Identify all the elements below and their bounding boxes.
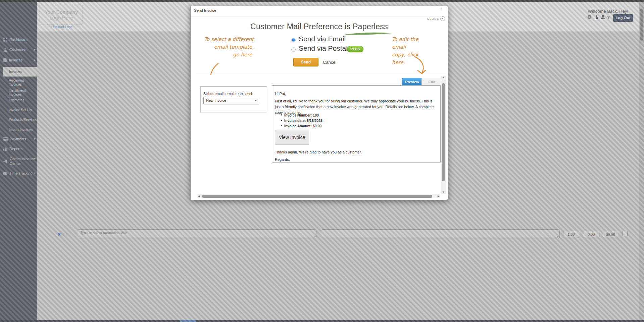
calendar-icon — [3, 171, 7, 175]
chevron-up-icon: ▴ — [34, 58, 36, 61]
send-invoice-modal: Send Invoice ❔ CLOSE ✕ Customer Mail Pre… — [190, 6, 448, 200]
sidebar-item-invoices[interactable]: Invoices — [3, 58, 36, 62]
page-scrollbar-thumb[interactable] — [640, 9, 643, 41]
window-top-edge — [0, 0, 644, 2]
bullet-dot: • — [281, 124, 282, 128]
taskbar-item — [180, 320, 196, 322]
modal-help-icon[interactable]: ❔ — [439, 7, 443, 11]
chevron-down-icon: ▾ — [34, 157, 36, 160]
scroll-up-icon[interactable]: ▲ — [441, 76, 446, 79]
sidebar-item-dashboard[interactable]: Dashboard — [3, 38, 36, 42]
window-bottom-edge — [0, 320, 644, 322]
help-icon[interactable]: ? — [607, 15, 610, 20]
bullet-dot: • — [281, 113, 282, 117]
logout-button[interactable]: Log Out — [613, 14, 633, 22]
account-person-icon[interactable] — [601, 15, 605, 19]
scroll-left-icon[interactable]: ◀ — [198, 195, 200, 198]
quantity-input[interactable] — [563, 231, 579, 237]
modal-close-button[interactable]: CLOSE ✕ — [427, 16, 445, 21]
taxable-checkbox[interactable] — [623, 231, 628, 236]
scroll-down-icon[interactable]: ▼ — [441, 191, 446, 194]
drag-handle-icon[interactable]: ⋮⋮ — [62, 233, 68, 236]
modal-title: Send Invoice — [194, 8, 216, 12]
sidebar-subitem-recurring-invoices[interactable]: Recurring Invoices — [9, 78, 37, 86]
gear-icon[interactable]: ⚙ — [587, 14, 592, 20]
left-annotation: To select a different email template, go… — [203, 36, 254, 59]
sidebar-item-reports[interactable]: Reports — [3, 147, 36, 151]
panel-horizontal-scrollbar[interactable]: ◀ ▶ — [197, 194, 440, 198]
customers-person-icon — [3, 48, 7, 52]
sidebar-item-communication-center[interactable]: Communication Center — [3, 156, 36, 166]
email-closing: Thanks again. We're glad to have you as … — [275, 150, 362, 154]
template-select-box: Select email template to send: New Invoi… — [200, 86, 267, 112]
chevron-down-icon: ▾ — [34, 171, 36, 175]
modal-heading: Customer Mail Preference is Paperless — [191, 22, 448, 31]
sidebar-item-time-tracking[interactable]: Time Tracking — [3, 171, 36, 175]
panel-hscroll-thumb[interactable] — [202, 195, 432, 198]
close-x-icon: ✕ — [440, 16, 445, 21]
chevron-down-icon: ▾ — [34, 137, 36, 141]
email-body-preview: Hi Pat, First of all, I'd like to thank … — [272, 85, 441, 163]
sidebar-item-payments[interactable]: Payments — [3, 137, 36, 141]
page-scrollbar[interactable] — [639, 2, 644, 322]
payments-card-icon — [3, 137, 8, 141]
template-dropdown[interactable]: New Invoice ▾ — [203, 97, 259, 104]
invoices-file-icon — [3, 58, 7, 62]
unit-price-input[interactable] — [583, 231, 599, 237]
chevron-down-icon: ▾ — [255, 98, 257, 102]
welcome-text: Welcome Back, Rey! — [588, 9, 628, 14]
sidebar-item-customers[interactable]: Customers — [3, 48, 36, 52]
sidebar-subitem-products-services[interactable]: Products/Services — [9, 118, 37, 122]
right-curved-arrow — [413, 56, 430, 76]
panel-vscroll-thumb[interactable] — [442, 83, 445, 181]
dashboard-grid-icon — [3, 38, 7, 42]
email-greeting: Hi Pat, — [275, 92, 286, 96]
bullet-dot: • — [281, 119, 282, 122]
sidebar-nav: Dashboard Customers ▾ Invoices ▴ Invoice… — [0, 0, 37, 322]
send-via-email-label[interactable]: Send via Email — [299, 35, 346, 43]
modal-cancel-button[interactable]: Cancel — [323, 60, 336, 65]
plus-badge: PLUS — [347, 46, 363, 52]
email-bullet-invoice-date: Invoice date: 6/15/2025 — [284, 119, 323, 123]
company-logo-placeholder[interactable]: Your Company Logo Here — [40, 5, 83, 25]
remove-row-icon[interactable]: ✖ — [58, 232, 61, 237]
template-select-label: Select email template to send: — [203, 92, 253, 96]
preview-tab[interactable]: Preview — [402, 78, 422, 86]
resize-grip-icon[interactable] — [557, 236, 560, 238]
email-bullet-invoice-number: Invoice Number: 100 — [284, 113, 319, 117]
modal-title-bar — [191, 6, 448, 16]
email-bullet-invoice-amount: Invoice Amount: $0.00 — [284, 124, 321, 128]
chevron-down-icon: ▾ — [34, 48, 36, 51]
row-total-input[interactable] — [603, 231, 618, 237]
megaphone-icon — [3, 159, 8, 163]
green-brush-stroke — [343, 31, 393, 36]
send-via-postal-label[interactable]: Send via Postal — [299, 44, 348, 52]
send-via-postal-radio[interactable] — [291, 47, 296, 52]
email-preview-panel: Preview Edit Select email template to se… — [196, 75, 446, 199]
view-invoice-button[interactable]: View Invoice — [275, 130, 309, 145]
scroll-right-icon[interactable]: ▶ — [438, 195, 440, 198]
send-via-email-radio[interactable] — [291, 38, 296, 42]
modal-send-invoice-button[interactable]: Send Invoice — [293, 58, 318, 66]
upload-logo-link[interactable]: + Upload Logo — [50, 25, 72, 29]
sidebar-subitem-installment-invoices[interactable]: Installment Invoices — [9, 88, 37, 96]
thumbs-up-icon[interactable] — [594, 15, 599, 19]
sidebar-subitem-import-invoices[interactable]: Import Invoices — [9, 128, 33, 132]
product-service-textarea[interactable] — [78, 229, 316, 238]
sidebar-subitem-estimates[interactable]: Estimates — [9, 98, 24, 102]
description-textarea[interactable] — [322, 229, 560, 238]
resize-grip-icon[interactable] — [314, 236, 316, 238]
edit-tab[interactable]: Edit — [422, 78, 442, 86]
email-signature: Regards, — [275, 157, 290, 162]
sidebar-subitem-invoices-selected[interactable]: Invoices — [3, 67, 41, 77]
panel-vertical-scrollbar[interactable]: ▲ ▼ — [441, 76, 446, 194]
sidebar-subitem-invoice-set-up[interactable]: Invoice Set Up — [9, 108, 32, 112]
company-logo-text: Your Company Logo Here — [40, 9, 83, 20]
reports-chart-icon — [3, 147, 7, 151]
